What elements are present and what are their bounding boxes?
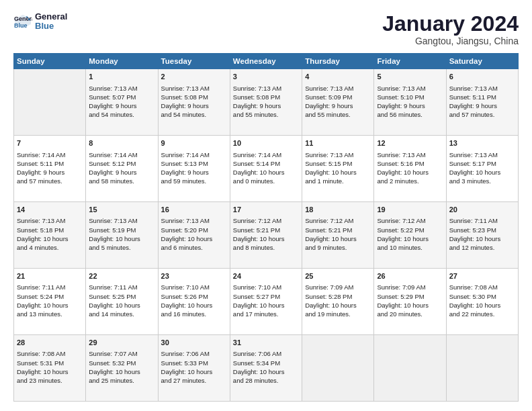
cell-0-5: 5Sunrise: 7:13 AMSunset: 5:10 PMDaylight… bbox=[374, 69, 446, 136]
logo-icon: General Blue bbox=[13, 12, 32, 31]
day-number: 11 bbox=[305, 138, 371, 148]
cell-line: Daylight: 10 hours bbox=[377, 168, 443, 177]
cell-line: Sunset: 5:22 PM bbox=[377, 226, 443, 234]
cell-3-4: 25Sunrise: 7:09 AMSunset: 5:28 PMDayligh… bbox=[302, 269, 374, 335]
cell-line: and 23 minutes. bbox=[17, 376, 83, 385]
cell-line: and 12 minutes. bbox=[449, 243, 515, 252]
cell-line: Daylight: 10 hours bbox=[17, 367, 83, 376]
cell-line: Sunset: 5:21 PM bbox=[305, 226, 371, 234]
cell-line: and 5 minutes. bbox=[89, 243, 154, 252]
cell-line: Daylight: 9 hours bbox=[17, 168, 83, 177]
cell-line: and 3 minutes. bbox=[449, 177, 515, 185]
cell-line: and 27 minutes. bbox=[161, 376, 227, 385]
col-header-saturday: Saturday bbox=[446, 54, 518, 69]
cell-line: Sunrise: 7:10 AM bbox=[161, 283, 227, 291]
cell-line: Sunrise: 7:14 AM bbox=[89, 150, 154, 159]
cell-1-4: 11Sunrise: 7:13 AMSunset: 5:15 PMDayligh… bbox=[302, 136, 374, 202]
cell-line: Sunset: 5:17 PM bbox=[449, 159, 515, 168]
cell-line: Daylight: 9 hours bbox=[233, 101, 299, 110]
cell-line: Sunset: 5:07 PM bbox=[89, 93, 154, 101]
cell-line: Daylight: 10 hours bbox=[449, 301, 515, 310]
cell-1-2: 9Sunrise: 7:14 AMSunset: 5:13 PMDaylight… bbox=[158, 136, 230, 202]
cell-line: Sunset: 5:19 PM bbox=[89, 226, 154, 234]
cell-3-6: 27Sunrise: 7:08 AMSunset: 5:30 PMDayligh… bbox=[446, 269, 518, 335]
cell-line: Sunrise: 7:06 AM bbox=[161, 349, 227, 358]
logo-text-general: General bbox=[35, 12, 67, 21]
day-number: 4 bbox=[305, 72, 371, 82]
cell-line: Sunrise: 7:13 AM bbox=[377, 84, 443, 93]
day-number: 3 bbox=[233, 72, 299, 82]
cell-line: Sunrise: 7:07 AM bbox=[89, 349, 154, 358]
cell-line: and 57 minutes. bbox=[449, 110, 515, 119]
cell-line: and 9 minutes. bbox=[305, 243, 371, 252]
cell-line: Daylight: 10 hours bbox=[305, 168, 371, 177]
cell-line: and 17 minutes. bbox=[233, 310, 299, 318]
cell-line: and 13 minutes. bbox=[17, 310, 83, 318]
cell-line: Daylight: 10 hours bbox=[377, 301, 443, 310]
cell-line: Sunset: 5:09 PM bbox=[305, 93, 371, 101]
cell-line: Daylight: 9 hours bbox=[89, 101, 154, 110]
day-number: 15 bbox=[89, 205, 154, 215]
cell-line: Sunrise: 7:13 AM bbox=[161, 84, 227, 93]
day-number: 6 bbox=[449, 72, 515, 82]
cell-line: Sunrise: 7:13 AM bbox=[305, 150, 371, 159]
cell-line: Sunrise: 7:11 AM bbox=[89, 283, 154, 291]
day-number: 13 bbox=[449, 138, 515, 148]
cell-line: and 19 minutes. bbox=[305, 310, 371, 318]
cell-2-0: 14Sunrise: 7:13 AMSunset: 5:18 PMDayligh… bbox=[14, 202, 86, 269]
calendar-table: SundayMondayTuesdayWednesdayThursdayFrid… bbox=[13, 53, 519, 402]
cell-line: Sunset: 5:11 PM bbox=[17, 159, 83, 168]
cell-line: and 54 minutes. bbox=[89, 110, 154, 119]
cell-line: and 16 minutes. bbox=[161, 310, 227, 318]
col-header-sunday: Sunday bbox=[14, 54, 86, 69]
cell-line: Sunrise: 7:12 AM bbox=[377, 216, 443, 225]
cell-line: Daylight: 10 hours bbox=[17, 234, 83, 243]
cell-3-3: 24Sunrise: 7:10 AMSunset: 5:27 PMDayligh… bbox=[230, 269, 302, 335]
day-number: 29 bbox=[89, 338, 154, 348]
day-number: 19 bbox=[377, 205, 443, 215]
cell-1-5: 12Sunrise: 7:13 AMSunset: 5:16 PMDayligh… bbox=[374, 136, 446, 202]
cell-4-0: 28Sunrise: 7:08 AMSunset: 5:31 PMDayligh… bbox=[14, 335, 86, 402]
cell-line: Sunrise: 7:13 AM bbox=[305, 84, 371, 93]
day-number: 2 bbox=[161, 72, 227, 82]
cell-line: and 28 minutes. bbox=[233, 376, 299, 385]
day-number: 30 bbox=[161, 338, 227, 348]
cell-0-3: 3Sunrise: 7:13 AMSunset: 5:08 PMDaylight… bbox=[230, 69, 302, 136]
cell-line: Daylight: 10 hours bbox=[233, 367, 299, 376]
cell-line: and 57 minutes. bbox=[17, 177, 83, 185]
cell-line: Daylight: 10 hours bbox=[377, 234, 443, 243]
cell-line: Daylight: 10 hours bbox=[233, 301, 299, 310]
cell-line: Daylight: 9 hours bbox=[305, 101, 371, 110]
cell-line: Daylight: 10 hours bbox=[161, 367, 227, 376]
cell-line: Sunset: 5:13 PM bbox=[161, 159, 227, 168]
cell-line: Sunset: 5:11 PM bbox=[449, 93, 515, 101]
cell-line: Sunrise: 7:13 AM bbox=[377, 150, 443, 159]
cell-line: Daylight: 9 hours bbox=[377, 101, 443, 110]
cell-line: Sunrise: 7:13 AM bbox=[17, 216, 83, 225]
cell-line: Sunset: 5:30 PM bbox=[449, 292, 515, 301]
page: General Blue General Blue January 2024 G… bbox=[0, 0, 532, 411]
cell-line: Daylight: 10 hours bbox=[305, 301, 371, 310]
cell-line: Sunrise: 7:13 AM bbox=[161, 216, 227, 225]
cell-line: and 1 minute. bbox=[305, 177, 371, 185]
day-number: 17 bbox=[233, 205, 299, 215]
cell-line: Sunrise: 7:13 AM bbox=[233, 84, 299, 93]
cell-line: Daylight: 10 hours bbox=[449, 234, 515, 243]
cell-2-3: 17Sunrise: 7:12 AMSunset: 5:21 PMDayligh… bbox=[230, 202, 302, 269]
cell-line: Daylight: 10 hours bbox=[161, 234, 227, 243]
cell-line: and 4 minutes. bbox=[17, 243, 83, 252]
cell-4-4 bbox=[302, 335, 374, 402]
day-number: 27 bbox=[449, 271, 515, 281]
cell-line: Sunset: 5:32 PM bbox=[89, 359, 154, 367]
col-header-tuesday: Tuesday bbox=[158, 54, 230, 69]
cell-line: Sunrise: 7:09 AM bbox=[305, 283, 371, 291]
cell-line: Sunset: 5:23 PM bbox=[449, 226, 515, 234]
cell-line: Daylight: 10 hours bbox=[449, 168, 515, 177]
cell-line: Daylight: 10 hours bbox=[89, 234, 154, 243]
cell-0-1: 1Sunrise: 7:13 AMSunset: 5:07 PMDaylight… bbox=[86, 69, 158, 136]
cell-line: Daylight: 10 hours bbox=[305, 234, 371, 243]
cell-2-1: 15Sunrise: 7:13 AMSunset: 5:19 PMDayligh… bbox=[86, 202, 158, 269]
cell-line: Sunset: 5:10 PM bbox=[377, 93, 443, 101]
cell-line: Sunset: 5:27 PM bbox=[233, 292, 299, 301]
cell-1-6: 13Sunrise: 7:13 AMSunset: 5:17 PMDayligh… bbox=[446, 136, 518, 202]
